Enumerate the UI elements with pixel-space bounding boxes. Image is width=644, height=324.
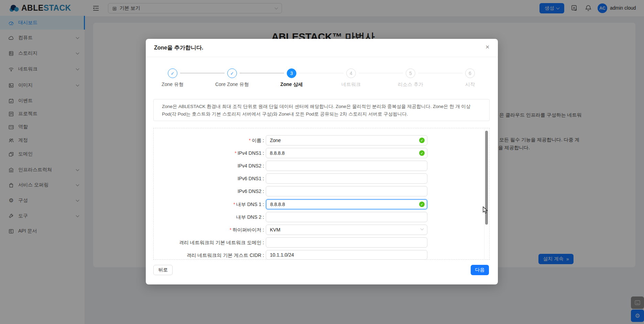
field-label: IPv6 DNS2 (238, 188, 261, 194)
field-label: 내부 DNS 1 (236, 202, 261, 207)
step-number: 5 (409, 71, 412, 76)
step-number: 3 (290, 71, 293, 76)
name-input[interactable] (266, 135, 427, 145)
field-label: 내부 DNS 2 (236, 214, 261, 220)
step-connector (299, 73, 343, 73)
required-marker: * (235, 150, 237, 156)
step-3-circle[interactable]: 3 (287, 68, 296, 78)
step-connector (180, 73, 225, 73)
next-button[interactable]: 다음 (471, 265, 489, 275)
field-label: 이름 (252, 138, 261, 143)
step-1-label: Zone 유형 (149, 82, 197, 88)
guest-cidr-input[interactable] (266, 250, 427, 260)
close-icon[interactable]: ✕ (485, 44, 490, 50)
step-4-circle: 4 (346, 68, 356, 78)
step-6-label: 시작 (446, 82, 494, 88)
step-connector (359, 73, 403, 73)
field-label: 하이퍼바이저 (232, 227, 261, 233)
hypervisor-select[interactable] (266, 225, 427, 235)
form-row-internal-dns2: 내부 DNS 2 : (153, 212, 427, 222)
internal-dns1-input[interactable] (266, 199, 427, 209)
step-3-label: Zone 상세 (268, 82, 316, 88)
field-label: 격리 네트워크의 기본 네트워크 도메인 (179, 240, 262, 245)
field-label: IPv4 DNS1 (238, 150, 261, 156)
step-connector (418, 73, 462, 73)
step-4-label: 네트워크 (327, 82, 375, 88)
form-row-ipv4-dns1: *IPv4 DNS1 : ✓ (153, 148, 427, 158)
required-marker: * (230, 227, 231, 233)
required-marker: * (249, 138, 251, 143)
form-row-ipv6-dns2: IPv6 DNS2 : (153, 186, 427, 196)
step-1-circle[interactable]: ✓ (168, 68, 177, 78)
check-icon: ✓ (171, 71, 175, 76)
ipv4-dns1-input[interactable] (266, 148, 427, 158)
ipv6-dns1-input[interactable] (266, 173, 427, 184)
valid-check-icon: ✓ (419, 138, 425, 143)
valid-check-icon: ✓ (419, 202, 425, 207)
ipv4-dns2-input[interactable] (266, 161, 427, 171)
step-2-label: Core Zone 유형 (208, 82, 256, 88)
form-row-guest-cidr: 격리 네트워크의 기본 게스트 CIDR : (153, 250, 427, 260)
form-row-ipv6-dns1: IPv6 DNS1 : (153, 173, 427, 184)
valid-check-icon: ✓ (419, 150, 425, 156)
required-marker: * (233, 202, 235, 207)
internal-dns2-input[interactable] (266, 212, 427, 222)
step-5-label: 리소스 추가 (386, 82, 435, 88)
form-row-ipv4-dns2: IPv4 DNS2 : (153, 161, 427, 171)
modal-scrollbar-thumb[interactable] (485, 131, 488, 225)
divider (146, 57, 498, 57)
add-zone-modal: Zone을 추가합니다. ✕ ✓ ✓ 3 4 5 6 Zone 유형 Core … (146, 39, 498, 284)
form-row-internal-dns1: *내부 DNS 1 : ✓ (153, 199, 427, 209)
modal-scrollbar-track (484, 128, 484, 259)
modal-title: Zone을 추가합니다. (154, 44, 203, 52)
field-label: IPv6 DNS1 (238, 176, 261, 181)
step-5-circle: 5 (406, 68, 415, 78)
check-icon: ✓ (230, 71, 234, 76)
step-number: 6 (469, 71, 471, 76)
form-row-network-domain: 격리 네트워크의 기본 네트워크 도메인 : (153, 237, 427, 248)
page: ABLESTACK ⊞ 기본 보기 생성 A AC admin cloud (0, 0, 644, 324)
field-label: IPv4 DNS2 (238, 163, 261, 169)
back-button[interactable]: 뒤로 (153, 265, 173, 275)
network-domain-input[interactable] (266, 237, 427, 248)
form-row-name: *이름 : ✓ (153, 135, 427, 145)
zone-description: Zone은 ABLESTACK 환경내 최대 조직 단위로 원래 단일 데이터 … (153, 99, 490, 121)
step-number: 4 (350, 71, 352, 76)
step-2-circle[interactable]: ✓ (227, 68, 237, 78)
form-row-hypervisor: *하이퍼바이저 : (153, 225, 427, 235)
field-label: 격리 네트워크의 기본 게스트 CIDR (186, 252, 261, 258)
step-connector (240, 73, 284, 73)
step-6-circle: 6 (465, 68, 475, 78)
ipv6-dns2-input[interactable] (266, 186, 427, 196)
